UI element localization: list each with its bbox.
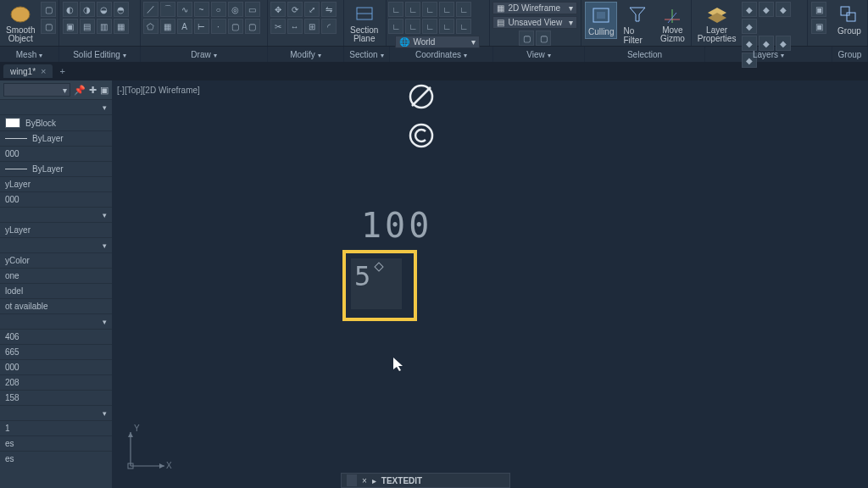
ucs-tool-9[interactable]: ∟ bbox=[439, 19, 454, 34]
view-tool-1[interactable]: ▢ bbox=[519, 30, 534, 46]
draw-circle2[interactable]: ◎ bbox=[228, 2, 243, 17]
palette-pin-icon[interactable]: 📌 bbox=[74, 85, 86, 96]
title-section[interactable]: Section bbox=[344, 47, 390, 62]
solid-tool-2[interactable]: ◑ bbox=[80, 2, 95, 17]
ucs-tool-1[interactable]: ∟ bbox=[388, 2, 403, 17]
prop-one[interactable]: 1 bbox=[0, 420, 112, 435]
palette-add-icon[interactable]: ✚ bbox=[89, 85, 97, 96]
prop-bylayer4[interactable]: yLayer bbox=[0, 222, 112, 237]
draw-hatch[interactable]: ▦ bbox=[160, 19, 175, 34]
draw-tool-1[interactable]: ▢ bbox=[228, 19, 243, 34]
palette-type-select[interactable]: ▾ bbox=[3, 83, 70, 97]
mesh-tool-2[interactable]: ▢ bbox=[41, 19, 56, 34]
title-coordinates[interactable]: Coordinates bbox=[390, 47, 493, 62]
draw-poly[interactable]: ⬠ bbox=[143, 19, 159, 34]
text-object-100[interactable]: 100 bbox=[361, 206, 432, 245]
modify-rotate[interactable]: ⟳ bbox=[287, 2, 303, 17]
solid-tool-7[interactable]: ▥ bbox=[97, 19, 112, 34]
layer-tool-2[interactable]: ◆ bbox=[759, 2, 774, 17]
group-button[interactable]: Group bbox=[835, 2, 864, 37]
prop-v4[interactable]: 208 bbox=[0, 374, 112, 390]
view-tool-2[interactable]: ▢ bbox=[536, 30, 551, 46]
prop-v5[interactable]: 158 bbox=[0, 390, 112, 405]
text-edit-field[interactable]: 5 bbox=[351, 258, 402, 309]
prop-v3[interactable]: 000 bbox=[0, 359, 112, 374]
layer-tool-1[interactable]: ◆ bbox=[742, 2, 757, 17]
ucs-tool-5[interactable]: ∟ bbox=[456, 2, 471, 17]
view-preset-select[interactable]: ▤ Unsaved View ▾ bbox=[492, 16, 577, 29]
drawing-canvas[interactable]: [-][Top][2D Wireframe] 100 5 bbox=[112, 80, 868, 488]
layer-properties-button[interactable]: Layer Properties bbox=[695, 2, 739, 45]
prop-none[interactable]: one bbox=[0, 268, 112, 283]
draw-spline1[interactable]: ∿ bbox=[177, 2, 192, 17]
prop-bylayer3[interactable]: yLayer bbox=[0, 176, 112, 191]
title-view[interactable]: View bbox=[493, 47, 585, 62]
visual-style-select[interactable]: ▦ 2D Wireframe ▾ bbox=[492, 2, 577, 14]
nofilter-button[interactable]: No Filter bbox=[620, 2, 654, 47]
prop-linetype1[interactable]: ByLayer bbox=[0, 130, 112, 146]
prop-section-general[interactable] bbox=[0, 99, 112, 114]
close-icon[interactable]: × bbox=[362, 476, 367, 485]
prop-v2[interactable]: 665 bbox=[0, 344, 112, 359]
ucs-tool-10[interactable]: ∟ bbox=[456, 19, 471, 34]
ucs-tool-7[interactable]: ∟ bbox=[405, 19, 420, 34]
prop-section-2[interactable] bbox=[0, 207, 112, 222]
gizmo-button[interactable]: Move Gizmo bbox=[658, 2, 687, 45]
prop-section-3[interactable] bbox=[0, 237, 112, 252]
solid-tool-6[interactable]: ▤ bbox=[80, 19, 95, 34]
ucs-tool-2[interactable]: ∟ bbox=[405, 2, 420, 17]
draw-circle1[interactable]: ○ bbox=[211, 2, 226, 17]
section-plane-button[interactable]: Section Plane bbox=[348, 2, 381, 45]
text-edit-grip[interactable] bbox=[375, 262, 384, 271]
modify-fillet[interactable]: ◜ bbox=[321, 19, 337, 34]
group-tool-2[interactable]: ▣ bbox=[811, 19, 826, 34]
title-layers[interactable]: Layers bbox=[705, 47, 832, 62]
title-draw[interactable]: Draw bbox=[141, 47, 268, 62]
draw-dim[interactable]: ⊢ bbox=[194, 19, 209, 34]
close-icon[interactable]: × bbox=[41, 66, 46, 76]
doc-tab-drawing1[interactable]: wing1* × bbox=[3, 64, 53, 78]
title-groups[interactable]: Group bbox=[832, 47, 868, 62]
solid-tool-4[interactable]: ◓ bbox=[114, 2, 129, 17]
text-edit-selection[interactable]: 5 bbox=[342, 250, 417, 321]
modify-move[interactable]: ✥ bbox=[270, 2, 286, 17]
prop-section-5[interactable] bbox=[0, 405, 112, 420]
prop-es2[interactable]: es bbox=[0, 451, 112, 466]
prop-v1[interactable]: 406 bbox=[0, 329, 112, 344]
prop-es1[interactable]: es bbox=[0, 435, 112, 451]
solid-tool-8[interactable]: ▦ bbox=[114, 19, 129, 34]
solid-tool-1[interactable]: ◐ bbox=[63, 2, 78, 17]
ucs-tool-4[interactable]: ∟ bbox=[439, 2, 454, 17]
layer-tool-4[interactable]: ◆ bbox=[742, 19, 757, 34]
title-mesh[interactable]: Mesh bbox=[0, 47, 59, 62]
draw-text[interactable]: A bbox=[177, 19, 192, 34]
culling-button[interactable]: Culling bbox=[585, 2, 618, 39]
modify-array[interactable]: ⊞ bbox=[304, 19, 320, 34]
ucs-tool-6[interactable]: ∟ bbox=[388, 19, 403, 34]
prop-zero1[interactable]: 000 bbox=[0, 191, 112, 207]
draw-spline2[interactable]: ~ bbox=[194, 2, 209, 17]
cmdline-handle[interactable] bbox=[347, 474, 357, 486]
modify-trim[interactable]: ✂ bbox=[270, 19, 286, 34]
title-modify[interactable]: Modify bbox=[268, 47, 344, 62]
title-solid-editing[interactable]: Solid Editing bbox=[59, 47, 141, 62]
draw-arc[interactable]: ⌒ bbox=[160, 2, 175, 17]
title-selection[interactable]: Selection bbox=[585, 47, 705, 62]
prop-linetype2[interactable]: ByLayer bbox=[0, 161, 112, 176]
ucs-tool-8[interactable]: ∟ bbox=[422, 19, 437, 34]
palette-select-icon[interactable]: ▣ bbox=[100, 85, 108, 96]
modify-extend[interactable]: ↔ bbox=[287, 19, 303, 34]
solid-tool-5[interactable]: ▣ bbox=[63, 19, 78, 34]
mesh-tool-1[interactable]: ▢ bbox=[41, 2, 56, 17]
draw-tool-2[interactable]: ▢ bbox=[245, 19, 260, 34]
modify-mirror[interactable]: ⇋ bbox=[321, 2, 337, 17]
prop-bycolor[interactable]: yColor bbox=[0, 252, 112, 268]
prop-thickness[interactable]: 000 bbox=[0, 146, 112, 161]
smooth-object-button[interactable]: Smooth Object bbox=[3, 2, 37, 45]
draw-rect[interactable]: ▭ bbox=[245, 2, 260, 17]
group-tool-1[interactable]: ▣ bbox=[811, 2, 826, 17]
prop-color[interactable]: ByBlock bbox=[0, 114, 112, 130]
prop-section-4[interactable] bbox=[0, 313, 112, 329]
prop-model[interactable]: lodel bbox=[0, 283, 112, 298]
draw-line[interactable]: ／ bbox=[143, 2, 159, 17]
